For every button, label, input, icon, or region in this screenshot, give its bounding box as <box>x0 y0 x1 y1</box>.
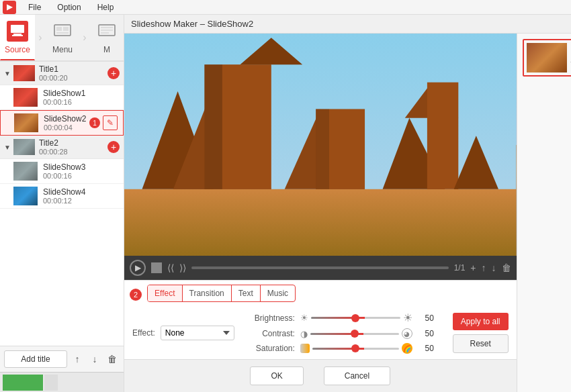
add-slide-icon[interactable]: + <box>470 262 476 273</box>
item-thumb-slideshow2 <box>14 113 38 132</box>
collapse-arrow-1: ▼ <box>4 70 11 77</box>
play-button[interactable]: ▶ <box>130 260 146 276</box>
slide-thumbnail[interactable]: Desert Slide: 4s Transition: 2s <box>523 39 571 77</box>
tree-group-header-2[interactable]: ▼ Title2 00:00:28 + <box>0 136 124 159</box>
svg-rect-0 <box>11 25 24 33</box>
list-item[interactable]: SlideShow1 00:00:16 <box>0 85 124 110</box>
slide-down-icon[interactable]: ↓ <box>492 262 496 273</box>
stop-button[interactable] <box>151 262 162 273</box>
contrast-value: 50 <box>415 329 434 338</box>
timeline-strip <box>0 372 124 392</box>
item-name-slideshow3: SlideShow3 <box>43 162 118 172</box>
video-panel: ▶ ⟨⟨ ⟩⟩ 1/1 + ↑ ↓ 🗑 <box>124 34 517 392</box>
saturation-high-icon: 🌈 <box>402 343 412 354</box>
effect-section: 2 Effect Transition Text Music Effe <box>124 280 517 359</box>
delete-slide-icon[interactable]: 🗑 <box>502 262 511 273</box>
svg-rect-2 <box>12 35 23 36</box>
third-svg <box>97 23 116 40</box>
contrast-row: Contrast: ◑ ◕ 50 <box>248 328 434 339</box>
sm-content: ▶ ⟨⟨ ⟩⟩ 1/1 + ↑ ↓ 🗑 <box>124 34 571 392</box>
item-info-slideshow3: SlideShow3 00:00:16 <box>43 162 118 180</box>
apply-reset-buttons: Apply to all Reset <box>453 311 509 354</box>
item-thumb-slideshow3 <box>13 162 38 181</box>
list-item[interactable]: SlideShow4 00:00:12 <box>0 184 124 209</box>
source-svg <box>9 23 26 37</box>
tab-effect[interactable]: Effect <box>148 285 182 301</box>
item-name-slideshow1: SlideShow1 <box>43 89 118 98</box>
tab-transition[interactable]: Transition <box>183 285 232 301</box>
menu-help[interactable]: Help <box>93 1 118 13</box>
page-indicator: 1/1 <box>454 263 466 273</box>
effect-sliders: Brightness: ☀ ☀ 50 <box>248 311 434 354</box>
list-item-selected[interactable]: SlideShow2 00:00:04 1 ✎ <box>0 110 124 136</box>
tree-group-2: ▼ Title2 00:00:28 + SlideShow3 00:00:16 <box>0 136 124 209</box>
left-bottom: Add title ↑ ↓ 🗑 <box>0 346 124 372</box>
brightness-row: Brightness: ☀ ☀ 50 <box>248 311 434 324</box>
nav-arrow-1: › <box>35 15 46 60</box>
contrast-label: Contrast: <box>248 329 295 338</box>
svg-rect-9 <box>101 30 113 31</box>
svg-rect-8 <box>101 27 113 28</box>
group-title-2: Title2 <box>39 138 107 148</box>
tab-source[interactable]: Source <box>0 15 35 60</box>
tree-group-header-1[interactable]: ▼ Title1 00:00:20 + <box>0 62 124 85</box>
sm-area: Slideshow Maker – SlideShow2 ✕ <box>124 15 571 392</box>
selected-badge: 1 <box>89 117 100 128</box>
desert-svg <box>124 34 517 256</box>
prev-frame-icon[interactable]: ⟨⟨ <box>167 262 174 273</box>
ok-button[interactable]: OK <box>250 366 303 385</box>
cancel-button[interactable]: Cancel <box>324 366 390 385</box>
left-panel: Source › Menu › <box>0 15 124 392</box>
progress-bar[interactable] <box>191 266 449 269</box>
brightness-slider-container: ☀ ☀ 50 <box>300 311 434 324</box>
item-info-slideshow2: SlideShow2 00:00:04 <box>44 114 89 132</box>
item-time-slideshow3: 00:00:16 <box>43 172 118 180</box>
brightness-high-icon: ☀ <box>403 311 412 324</box>
item-name-slideshow2: SlideShow2 <box>44 114 89 124</box>
svg-rect-4 <box>56 27 62 31</box>
reset-button[interactable]: Reset <box>453 334 509 353</box>
tab-third[interactable]: M <box>90 15 124 60</box>
menu-option[interactable]: Option <box>53 1 85 13</box>
add-to-group-1[interactable]: + <box>107 67 120 79</box>
add-title-button[interactable]: Add title <box>4 350 67 368</box>
delete-icon[interactable]: 🗑 <box>105 352 120 366</box>
group-time-2: 00:00:28 <box>39 148 107 156</box>
tab-menu[interactable]: Menu <box>46 15 79 60</box>
playback-bar: ▶ ⟨⟨ ⟩⟩ 1/1 + ↑ ↓ 🗑 <box>124 256 517 280</box>
move-up-icon[interactable]: ↑ <box>70 352 85 366</box>
apply-to-all-button[interactable]: Apply to all <box>453 313 509 330</box>
contrast-slider[interactable] <box>310 333 399 335</box>
slide-up-icon[interactable]: ↑ <box>482 262 486 273</box>
saturation-slider[interactable] <box>312 348 399 350</box>
add-to-group-2[interactable]: + <box>107 141 120 153</box>
group-time-1: 00:00:20 <box>39 74 107 82</box>
tree-group-1: ▼ Title1 00:00:20 + SlideShow1 00:00:16 <box>0 62 124 136</box>
next-frame-icon[interactable]: ⟩⟩ <box>179 262 186 273</box>
tab-text[interactable]: Text <box>232 285 261 301</box>
menu-file[interactable]: File <box>24 1 45 13</box>
source-label: Source <box>5 45 30 54</box>
item-time-slideshow2: 00:00:04 <box>44 124 89 132</box>
video-display <box>124 34 517 256</box>
group-thumb-2 <box>13 139 35 155</box>
contrast-high-icon: ◕ <box>402 328 412 339</box>
item-info-slideshow1: SlideShow1 00:00:16 <box>43 89 118 106</box>
item-thumb-slideshow4 <box>13 187 38 205</box>
saturation-label: Saturation: <box>248 344 295 353</box>
brightness-value: 50 <box>415 313 434 323</box>
source-icon <box>7 21 28 42</box>
menu-bar: ▶ File Option Help <box>0 0 571 15</box>
effect-select[interactable]: None Blur Sharpen Grayscale <box>161 326 234 340</box>
tab-music[interactable]: Music <box>261 285 295 301</box>
edit-button[interactable]: ✎ <box>103 115 118 130</box>
move-down-icon[interactable]: ↓ <box>87 352 102 366</box>
saturation-row: Saturation: 🌈 50 <box>248 343 434 354</box>
svg-rect-21 <box>427 83 458 189</box>
main-area: Source › Menu › <box>0 15 571 392</box>
saturation-low-icon <box>300 344 310 353</box>
menu-icon <box>53 23 72 40</box>
app-window: ▶ File Option Help <box>0 0 571 392</box>
brightness-slider[interactable] <box>311 317 400 319</box>
list-item[interactable]: SlideShow3 00:00:16 <box>0 159 124 184</box>
